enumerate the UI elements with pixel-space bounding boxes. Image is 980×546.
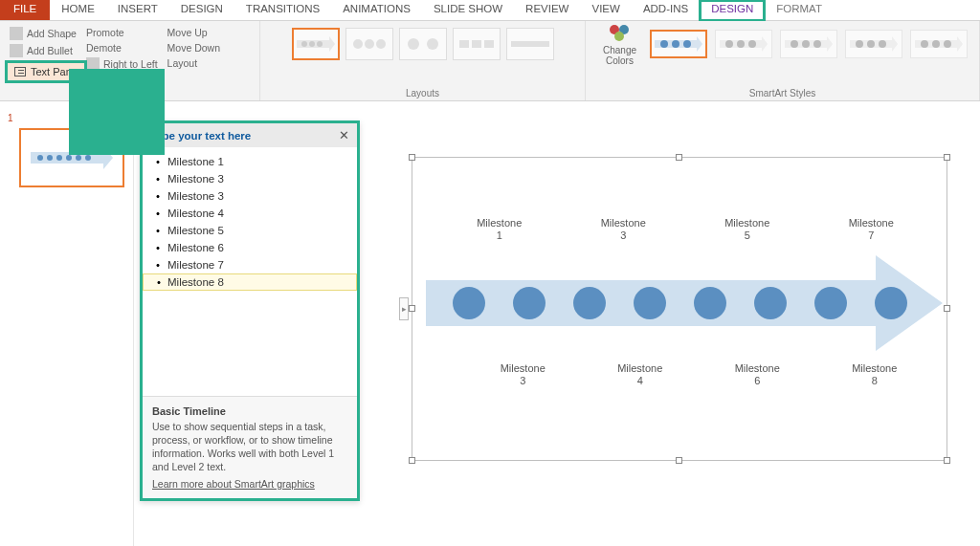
resize-handle[interactable] <box>409 457 415 464</box>
text-pane-item[interactable]: Milestone 3 <box>143 170 357 187</box>
right-to-left-button[interactable]: Right to Left <box>82 55 162 73</box>
tab-insert[interactable]: INSERT <box>106 0 169 20</box>
svg-point-46 <box>56 155 62 161</box>
text-pane-icon <box>14 67 26 76</box>
text-pane-item[interactable]: Milestone 6 <box>143 239 357 256</box>
svg-point-31 <box>813 40 821 48</box>
svg-point-41 <box>944 40 951 48</box>
workspace: 1 Type your text here ✕ Milestone 1 Mile… <box>0 101 980 546</box>
layout-swatch-selected[interactable] <box>292 28 340 60</box>
svg-point-5 <box>353 39 363 49</box>
text-pane-item[interactable]: Milestone 1 <box>143 153 357 170</box>
tab-slide-show[interactable]: SLIDE SHOW <box>422 0 514 20</box>
ribbon: Add Shape Add Bullet x Promote Demote Ri… <box>0 21 980 101</box>
smartart-selection-frame[interactable]: ▸ Milestone1 Milestone3 Milestone5 Miles… <box>412 157 947 461</box>
promote-label: Promote <box>86 27 124 38</box>
tab-smartart-format[interactable]: FORMAT <box>765 0 834 20</box>
move-down-button[interactable]: Move Down <box>164 40 224 55</box>
tab-view[interactable]: VIEW <box>580 0 631 20</box>
milestone-label[interactable]: Milestone8 <box>816 362 934 387</box>
promote-button[interactable]: Promote <box>82 25 162 40</box>
text-pane-item[interactable]: Milestone 3 <box>143 187 357 205</box>
resize-handle[interactable] <box>944 457 950 464</box>
layout-button[interactable]: Layout <box>164 55 224 71</box>
svg-rect-10 <box>459 40 469 48</box>
svg-point-44 <box>37 155 43 161</box>
milestone-label[interactable]: Milestone7 <box>810 217 934 242</box>
resize-handle[interactable] <box>409 154 415 161</box>
layout-swatch[interactable] <box>399 28 447 60</box>
slide-thumbnail-panel: 1 <box>0 101 134 546</box>
text-pane-footer-body: Use to show sequential steps in a task, … <box>152 420 347 473</box>
tab-review[interactable]: REVIEW <box>514 0 580 20</box>
smartart-graphic[interactable]: Milestone1 Milestone3 Milestone5 Milesto… <box>426 171 933 447</box>
text-pane-item[interactable]: Milestone 7 <box>143 256 357 273</box>
style-swatch[interactable] <box>845 30 902 58</box>
text-pane-close-button[interactable]: ✕ <box>339 128 349 142</box>
slide-thumbnail-1[interactable] <box>19 128 124 187</box>
resize-handle[interactable] <box>676 457 682 464</box>
svg-point-26 <box>748 40 756 48</box>
svg-marker-28 <box>827 36 833 52</box>
style-swatch[interactable] <box>715 30 772 58</box>
style-swatch-selected[interactable] <box>650 30 707 58</box>
milestone-label[interactable]: Milestone1 <box>437 217 562 242</box>
svg-point-34 <box>856 40 863 48</box>
text-pane-list[interactable]: Milestone 1 Milestone 3 Milestone 3 Mile… <box>143 147 357 396</box>
svg-rect-12 <box>484 40 494 48</box>
svg-point-39 <box>921 40 928 48</box>
tab-strip: FILE HOME INSERT DESIGN TRANSITIONS ANIM… <box>0 0 980 21</box>
learn-more-link[interactable]: Learn more about SmartArt graphics <box>152 477 315 491</box>
add-bullet-button[interactable]: Add Bullet <box>6 42 80 59</box>
text-pane-item-selected[interactable]: Milestone 8 <box>143 273 357 291</box>
layouts-gallery[interactable] <box>292 25 554 63</box>
svg-point-2 <box>301 41 307 47</box>
add-bullet-icon <box>10 44 23 57</box>
resize-handle[interactable] <box>676 154 682 161</box>
smartart-expand-handle[interactable]: ▸ <box>399 297 409 320</box>
smartart-bottom-labels: Milestone3 Milestone4 Milestone6 Milesto… <box>426 362 933 387</box>
text-pane-item[interactable]: Milestone 4 <box>143 205 357 222</box>
svg-point-7 <box>376 39 386 49</box>
milestone-label[interactable]: Milestone3 <box>562 217 686 242</box>
svg-point-6 <box>365 39 374 49</box>
svg-point-48 <box>76 155 81 161</box>
milestone-label[interactable]: Milestone5 <box>685 217 810 242</box>
svg-point-57 <box>814 287 847 319</box>
resize-handle[interactable] <box>409 305 415 312</box>
slide-canvas[interactable]: Type your text here ✕ Milestone 1 Milest… <box>134 101 980 546</box>
svg-point-51 <box>453 287 485 319</box>
layout-swatch[interactable] <box>506 28 554 60</box>
milestone-label[interactable]: Milestone3 <box>464 362 582 387</box>
text-pane-item[interactable]: Milestone 5 <box>143 222 357 239</box>
resize-handle[interactable] <box>944 305 950 312</box>
tab-smartart-design[interactable]: DESIGN <box>700 0 765 20</box>
text-pane-panel: Type your text here ✕ Milestone 1 Milest… <box>140 120 360 501</box>
svg-point-24 <box>725 40 733 48</box>
tab-add-ins[interactable]: ADD-INS <box>632 0 700 20</box>
move-up-button[interactable]: Move Up <box>164 25 224 40</box>
add-shape-button[interactable]: Add Shape <box>6 25 80 42</box>
style-swatch[interactable] <box>780 30 837 58</box>
tab-design-main[interactable]: DESIGN <box>169 0 234 20</box>
change-colors-button[interactable]: Change Colors <box>598 22 642 66</box>
add-bullet-label: Add Bullet <box>27 45 73 56</box>
demote-button[interactable]: Demote <box>82 40 162 55</box>
milestone-label[interactable]: Milestone6 <box>699 362 816 387</box>
style-swatch[interactable] <box>910 30 968 58</box>
tab-transitions[interactable]: TRANSITIONS <box>234 0 331 20</box>
svg-point-49 <box>85 155 91 161</box>
tab-animations[interactable]: ANIMATIONS <box>331 0 422 20</box>
svg-point-30 <box>802 40 810 48</box>
milestone-label[interactable]: Milestone4 <box>582 362 700 387</box>
layout-swatch[interactable] <box>453 28 501 60</box>
resize-handle[interactable] <box>944 154 950 161</box>
tab-home[interactable]: HOME <box>50 0 106 20</box>
svg-point-16 <box>614 32 624 41</box>
text-pane-button[interactable]: Text Pane <box>5 60 87 83</box>
tab-file[interactable]: FILE <box>0 0 50 20</box>
layout-swatch[interactable] <box>345 28 393 60</box>
svg-point-52 <box>513 287 546 319</box>
timeline-arrow-shape[interactable] <box>426 255 943 351</box>
rtl-icon <box>86 57 100 71</box>
